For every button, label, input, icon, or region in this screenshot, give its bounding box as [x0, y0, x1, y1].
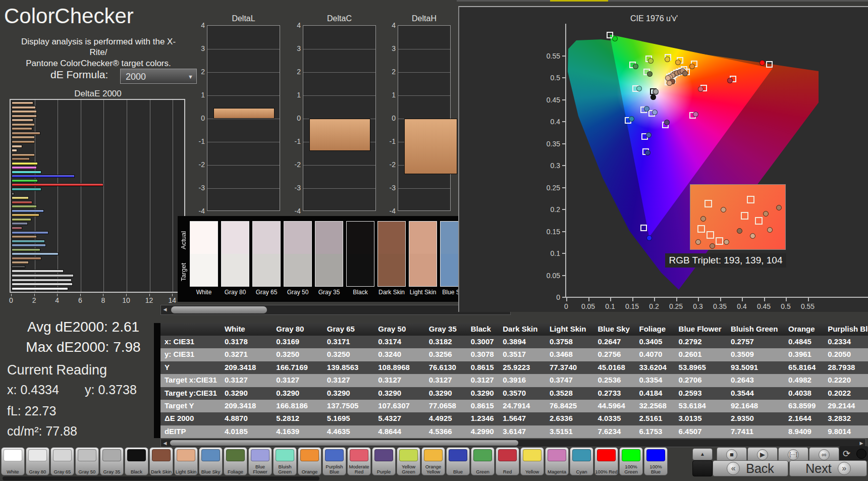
refresh-icon[interactable]: ⟳	[843, 448, 850, 459]
palette-patch-moderate-red[interactable]: Moderate Red	[347, 447, 371, 475]
y-tick-label: 0.2	[540, 205, 560, 213]
palette-patch-black[interactable]: Black	[125, 447, 148, 475]
y-tick-label: 2	[383, 68, 396, 76]
patch-label: Orange Yellow	[422, 464, 445, 474]
measured-dot-cyan	[629, 116, 634, 122]
patch-up-button[interactable]: ▲	[692, 448, 713, 460]
table-cell: 3.5151	[546, 425, 594, 438]
y-tick-label: -1	[288, 137, 301, 145]
table-cell: 0.3961	[784, 348, 824, 361]
palette-patch-gray-65[interactable]: Gray 65	[50, 447, 74, 475]
table-row: Target y:CIE310.32900.32900.32900.32900.…	[154, 387, 868, 400]
swatch-scrollbar-thumb[interactable]	[171, 306, 267, 313]
back-button[interactable]: « Back	[713, 460, 788, 476]
palette-patch-red[interactable]: Red	[496, 447, 519, 475]
de-formula-dropdown[interactable]: 2000 ▼	[120, 69, 197, 84]
column-header: Bluish Green	[727, 323, 784, 336]
delta-chart	[398, 25, 451, 211]
palette-patch-magenta[interactable]: Magenta	[545, 447, 569, 475]
deltae-bar	[12, 166, 37, 169]
palette-patch-100--red[interactable]: 100% Red	[594, 447, 618, 475]
table-cell: 9.8014	[824, 425, 868, 438]
palette-patch-100--blue[interactable]: 100% Blue	[644, 447, 668, 475]
y-tick-label: 0.4	[540, 118, 560, 126]
palette-patch-white[interactable]: White	[1, 447, 25, 475]
delta-bar	[404, 119, 457, 174]
palette-patch-bluish-green[interactable]: Bluish Green	[273, 447, 297, 475]
rgb-triplet-readout: RGB Triplet: 193, 139, 104	[665, 253, 786, 268]
column-header: Gray 50	[374, 323, 424, 336]
table-cell: 2.5161	[635, 412, 675, 425]
patch-label: Foliage	[224, 469, 247, 474]
deltae-bar	[12, 261, 29, 264]
y-tick-label: 0.1	[540, 249, 560, 257]
palette-patch-yellow[interactable]: Yellow	[520, 447, 544, 475]
current-reading-x: x: 0.4334	[7, 383, 59, 397]
palette-scrollbar-thumb[interactable]	[3, 476, 319, 480]
palette-patch-light-skin[interactable]: Light Skin	[174, 447, 198, 475]
table-cell: 7.6234	[594, 425, 635, 438]
palette-patch-gray-50[interactable]: Gray 50	[75, 447, 99, 475]
chevron-left-icon: «	[727, 462, 740, 475]
palette-patch-100--green[interactable]: 100% Green	[619, 447, 643, 475]
table-cell: 3.2832	[824, 412, 868, 425]
table-cell: 4.5366	[425, 425, 467, 438]
patch-palette: WhiteGray 80Gray 65Gray 50Gray 35BlackDa…	[0, 447, 692, 475]
current-reading-label: Current Reading	[7, 362, 107, 378]
table-cell: 0.3528	[546, 387, 594, 400]
palette-patch-yellow-green[interactable]: Yellow Green	[397, 447, 420, 475]
palette-patch-orange-yellow[interactable]: Orange Yellow	[421, 447, 445, 475]
palette-patch-dark-skin[interactable]: Dark Skin	[149, 447, 173, 475]
target-swatch	[253, 254, 280, 286]
palette-patch-blue-sky[interactable]: Blue Sky	[199, 447, 223, 475]
palette-patch-purplish-blue[interactable]: Purplish Blue	[322, 447, 346, 475]
palette-patch-blue[interactable]: Blue	[446, 447, 470, 475]
gridline	[207, 165, 280, 166]
scroll-left-icon[interactable]: ◀	[161, 305, 169, 314]
y-tick-label: 3	[192, 44, 205, 52]
table-cell: 0.3544	[727, 387, 784, 400]
sensor-status-icon[interactable]	[856, 449, 866, 459]
table-cell: 6.4507	[675, 425, 727, 438]
next-button[interactable]: Next »	[789, 460, 867, 476]
palette-patch-blue-flower[interactable]: Blue Flower	[248, 447, 272, 475]
target-swatch	[222, 254, 249, 286]
palette-patch-purple[interactable]: Purple	[372, 447, 396, 475]
x-tick-label: 0.05	[581, 302, 595, 310]
actual-target-swatch-strip: Actual Target WhiteGray 80Gray 65Gray 50…	[178, 216, 458, 302]
row-gutter	[154, 387, 160, 400]
fl-readout: fL: 22.73	[7, 404, 56, 418]
swatch-label: Black	[344, 289, 376, 296]
table-cell: 4.4925	[425, 412, 467, 425]
measured-dot-blue-flower	[652, 110, 658, 115]
table-cell: 53.6184	[675, 400, 727, 412]
table-scrollbar-thumb[interactable]	[170, 440, 518, 446]
table-scrollbar[interactable]: ◀ ▶	[160, 439, 866, 447]
cie-zoom-inset	[690, 184, 786, 250]
inset-measured-dot	[710, 243, 715, 249]
column-header: Light Skin	[546, 323, 594, 336]
palette-patch-orange[interactable]: Orange	[298, 447, 321, 475]
actual-swatch	[378, 222, 405, 254]
patch-color-swatch	[473, 449, 492, 461]
palette-patch-green[interactable]: Green	[471, 447, 495, 475]
palette-patch-gray-35[interactable]: Gray 35	[100, 447, 124, 475]
deltae-bar	[12, 287, 68, 290]
scroll-left-icon[interactable]: ◀	[161, 439, 169, 447]
table-cell: 0.2022	[824, 387, 868, 400]
patch-label: Red	[496, 469, 519, 474]
scroll-right-icon[interactable]: ▶	[857, 439, 865, 447]
palette-patch-foliage[interactable]: Foliage	[224, 447, 247, 475]
table-cell: 0.3182	[425, 336, 467, 348]
palette-patch-gray-80[interactable]: Gray 80	[26, 447, 49, 475]
target-row-label: Target	[180, 255, 188, 289]
stop-icon: ■	[726, 449, 737, 460]
palette-patch-cyan[interactable]: Cyan	[570, 447, 593, 475]
table-cell: 53.8965	[675, 361, 727, 374]
deltae-bar	[12, 283, 73, 286]
table-cell: 0.3271	[221, 348, 272, 361]
patch-swatch-black	[346, 221, 374, 287]
deltae-bar	[12, 235, 37, 238]
patch-label: Yellow Green	[397, 464, 420, 474]
row-gutter	[154, 348, 160, 361]
